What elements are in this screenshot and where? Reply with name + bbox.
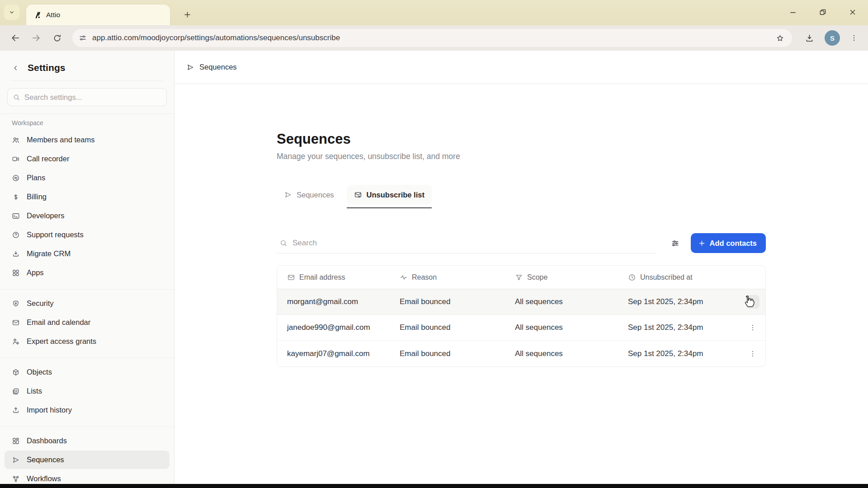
shield-icon: [12, 300, 20, 308]
sidebar-nav: WorkspaceMembers and teamsCall recorderP…: [0, 113, 174, 488]
column-header-email-address[interactable]: Email address: [277, 273, 400, 282]
sidebar-item-members-and-teams[interactable]: Members and teams: [5, 131, 170, 149]
forward-icon[interactable]: [28, 30, 44, 46]
unsubscribe-table: Email addressReasonScopeUnsubscribed at …: [277, 265, 766, 367]
sidebar-item-developers[interactable]: Developers: [5, 206, 170, 225]
browser-menu-icon[interactable]: [847, 30, 861, 46]
close-icon[interactable]: [844, 4, 862, 21]
cell-email: kayemarj07@gmail.com: [277, 349, 400, 358]
divider: [0, 289, 174, 290]
new-tab-button[interactable]: [180, 7, 194, 22]
cell-email: janedoe990@gmail.com: [277, 323, 400, 332]
row-menu-icon[interactable]: [746, 295, 760, 309]
billing-icon: [12, 193, 20, 201]
plans-icon: [12, 174, 20, 182]
column-header-unsubscribed-at[interactable]: Unsubscribed at: [628, 273, 740, 282]
site-settings-icon[interactable]: [79, 34, 87, 42]
cell-unsubscribed-at: Sep 1st 2025, 2:34pm: [628, 297, 740, 306]
back-icon[interactable]: [7, 30, 24, 46]
filter-sliders-icon[interactable]: [666, 235, 684, 252]
sidebar-item-expert-access-grants[interactable]: Expert access grants: [5, 332, 170, 351]
sidebar-item-label: Apps: [27, 268, 44, 277]
dashboards-icon: [12, 437, 20, 445]
sidebar-item-objects[interactable]: Objects: [5, 363, 170, 381]
tabs: SequencesUnsubscribe list: [277, 185, 868, 205]
add-contacts-button[interactable]: Add contacts: [691, 233, 766, 253]
clock-icon: [628, 273, 636, 282]
sidebar-item-security[interactable]: Security: [5, 294, 170, 313]
downloads-icon[interactable]: [801, 30, 817, 46]
bookmark-star-icon[interactable]: [772, 30, 788, 46]
screen-bottom-bar: [0, 484, 868, 488]
settings-search[interactable]: [7, 88, 167, 106]
sidebar-item-migrate-crm[interactable]: Migrate CRM: [5, 244, 170, 263]
sidebar-item-dashboards[interactable]: Dashboards: [5, 432, 170, 450]
kebab-cell: [740, 321, 765, 334]
tab-search-button[interactable]: [4, 5, 19, 20]
kebab-cell: [740, 347, 765, 361]
people-icon: [12, 136, 20, 144]
address-bar[interactable]: app.attio.com/moodjoycorp/settings/autom…: [72, 29, 792, 47]
sidebar-item-plans[interactable]: Plans: [5, 169, 170, 187]
column-label: Scope: [527, 273, 547, 282]
cell-unsubscribed-at: Sep 1st 2025, 2:34pm: [628, 349, 740, 358]
list-search[interactable]: [277, 233, 656, 253]
sidebar-title: Settings: [28, 62, 66, 73]
upload-icon: [12, 406, 20, 414]
cell-unsubscribed-at: Sep 1st 2025, 2:34pm: [628, 323, 740, 332]
divider: [0, 427, 174, 427]
sidebar-section-label: Workspace: [0, 118, 174, 130]
settings-search-input[interactable]: [24, 93, 161, 102]
back-chevron-icon[interactable]: [12, 64, 19, 72]
sidebar-item-apps[interactable]: Apps: [5, 263, 170, 282]
sidebar-item-label: Lists: [27, 387, 42, 395]
browser-tab[interactable]: Attio: [26, 5, 170, 25]
sidebar-item-label: Billing: [27, 192, 47, 201]
table-row[interactable]: kayemarj07@gmail.comEmail bouncedAll seq…: [277, 341, 765, 366]
breadcrumb-bar: Sequences: [175, 51, 868, 84]
restore-icon[interactable]: [814, 4, 832, 21]
cell-email: morgant@gmail.com: [277, 297, 400, 306]
sidebar-item-support-requests[interactable]: Support requests: [5, 225, 170, 244]
tab-unsubscribe-list[interactable]: Unsubscribe list: [347, 185, 432, 205]
column-label: Unsubscribed at: [640, 273, 693, 282]
sidebar-item-label: Expert access grants: [27, 337, 96, 346]
plus-icon: [183, 10, 192, 19]
row-menu-icon[interactable]: [746, 347, 760, 361]
sidebar-item-label: Security: [27, 299, 54, 308]
chevron-down-icon: [8, 9, 15, 16]
column-header-scope[interactable]: Scope: [515, 273, 628, 282]
send-icon: [186, 63, 194, 71]
sidebar-item-billing[interactable]: Billing: [5, 188, 170, 206]
list-controls: Add contacts: [277, 233, 766, 253]
sidebar-item-call-recorder[interactable]: Call recorder: [5, 150, 170, 168]
divider: [11, 80, 163, 81]
url-text: app.attio.com/moodjoycorp/settings/autom…: [92, 33, 767, 42]
sidebar-item-lists[interactable]: Lists: [5, 382, 170, 400]
list-search-input[interactable]: [292, 239, 656, 248]
sidebar-item-label: Import history: [27, 406, 72, 414]
sidebar-item-sequences[interactable]: Sequences: [5, 450, 170, 469]
tab-label: Unsubscribe list: [367, 191, 425, 199]
table-body: morgant@gmail.comEmail bouncedAll sequen…: [277, 289, 765, 366]
kebab-cell: [740, 295, 765, 309]
minimize-icon[interactable]: [784, 4, 802, 21]
window-controls: [784, 4, 862, 21]
video-icon: [12, 155, 20, 163]
row-menu-icon[interactable]: [746, 321, 760, 334]
table-row[interactable]: janedoe990@gmail.comEmail bouncedAll seq…: [277, 315, 765, 341]
tab-sequences[interactable]: Sequences: [277, 185, 341, 205]
sidebar-item-email-and-calendar[interactable]: Email and calendar: [5, 313, 170, 332]
table-row[interactable]: morgant@gmail.comEmail bouncedAll sequen…: [277, 289, 765, 315]
sidebar-item-import-history[interactable]: Import history: [5, 401, 170, 419]
sidebar-item-label: Developers: [27, 211, 64, 220]
cell-reason: Email bounced: [400, 323, 515, 332]
refresh-icon[interactable]: [49, 30, 65, 46]
column-label: Reason: [412, 273, 437, 282]
browser-profile-avatar[interactable]: S: [825, 30, 840, 46]
divider: [0, 113, 174, 114]
tab-close-icon[interactable]: [154, 10, 164, 20]
column-header-reason[interactable]: Reason: [400, 273, 515, 282]
sidebar-item-label: Plans: [27, 174, 45, 182]
funnel-icon: [515, 273, 523, 282]
